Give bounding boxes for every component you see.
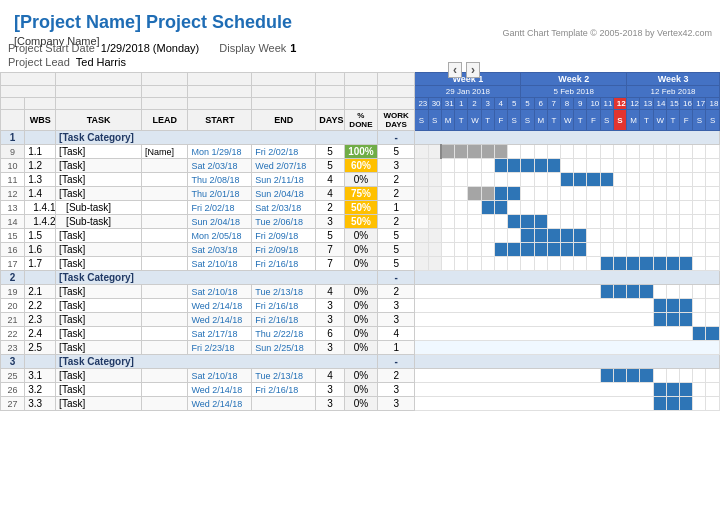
r13-g11	[547, 173, 560, 187]
r31-end: Tue 2/13/18	[252, 369, 316, 383]
r33-g21	[680, 397, 693, 411]
next-week-button[interactable]: ›	[466, 62, 480, 78]
r141-workdays: 1	[377, 201, 414, 215]
r142-lead	[142, 215, 188, 229]
empty-dn-9	[377, 98, 414, 110]
cat1-task: [Task Category]	[56, 131, 378, 145]
r12-g18	[640, 159, 653, 173]
r16-rownum: 16	[1, 243, 25, 257]
r17-g1	[415, 257, 428, 271]
r141-days: 2	[316, 201, 345, 215]
r12-g6	[481, 159, 494, 173]
r32-end: Fri 2/16/18	[252, 383, 316, 397]
r15-days: 5	[316, 229, 345, 243]
cat2-gantt	[415, 271, 720, 285]
r12-g11	[547, 159, 560, 173]
r21-g22	[693, 285, 706, 299]
r17-wbs: 1.7	[25, 257, 56, 271]
r21-task: [Task]	[56, 285, 142, 299]
r21-g23	[706, 285, 720, 299]
empty-dn-3	[56, 98, 142, 110]
r24-lead	[142, 327, 188, 341]
r142-wbs: 1.4.2	[25, 215, 56, 229]
day-numbers-row: 23 30 31 1 2 3 4 5 5 6 7 8 9 10 11 12 12…	[1, 98, 720, 110]
r11-workdays: 5	[377, 145, 414, 159]
r11-g2	[428, 145, 441, 159]
r11-g18	[640, 145, 653, 159]
r17-g2	[428, 257, 441, 271]
r32-rownum: 26	[1, 383, 25, 397]
dl-w2-3: T	[547, 110, 560, 131]
r12-g4	[455, 159, 468, 173]
r17-g10	[534, 257, 547, 271]
r15-rownum: 15	[1, 229, 25, 243]
empty-header-3	[142, 73, 188, 86]
empty-date-5	[252, 86, 316, 98]
dl-w2-4: W	[560, 110, 573, 131]
r31-g16	[613, 369, 626, 383]
task-row-2-5: 23 2.5 [Task] Fri 2/23/18 Sun 2/25/18 3 …	[1, 341, 720, 355]
r15-end: Fri 2/09/18	[252, 229, 316, 243]
r15-g21	[680, 229, 693, 243]
r21-g19	[653, 285, 666, 299]
r12-done: 60%	[344, 159, 377, 173]
r31-lead	[142, 369, 188, 383]
r15-g7	[494, 229, 507, 243]
r14-g1	[415, 187, 428, 201]
r16-g20	[666, 243, 679, 257]
cat3-num: 3	[1, 355, 25, 369]
r16-days: 7	[316, 243, 345, 257]
prev-week-button[interactable]: ‹	[448, 62, 462, 78]
r21-days: 4	[316, 285, 345, 299]
col-header-days: DAYS	[316, 110, 345, 131]
r142-g13	[574, 215, 587, 229]
empty-dn-4	[142, 98, 188, 110]
r11-g13	[574, 145, 587, 159]
r22-g22	[693, 299, 706, 313]
r32-gempty	[415, 383, 653, 397]
r15-g17	[627, 229, 640, 243]
r16-g7	[494, 243, 507, 257]
r11-g17	[627, 145, 640, 159]
task-row-1-4-1: 13 1.4.1 [Sub-task] Fri 2/02/18 Sat 2/03…	[1, 201, 720, 215]
r14-g2	[428, 187, 441, 201]
r31-g20	[666, 369, 679, 383]
project-title: [Project Name] Project Schedule	[6, 6, 300, 35]
r142-g6	[481, 215, 494, 229]
empty-dn-2	[25, 98, 56, 110]
start-date-value: 1/29/2018 (Monday)	[101, 42, 199, 54]
r142-g21	[680, 215, 693, 229]
r15-g16	[613, 229, 626, 243]
r142-g14	[587, 215, 600, 229]
r16-g4	[455, 243, 468, 257]
empty-date-3	[142, 86, 188, 98]
r25-rownum: 23	[1, 341, 25, 355]
r22-gempty	[415, 299, 653, 313]
r12-days: 5	[316, 159, 345, 173]
cat1-gantt	[415, 131, 720, 145]
r14-end: Sun 2/04/18	[252, 187, 316, 201]
r16-g22	[693, 243, 706, 257]
r31-g22	[693, 369, 706, 383]
r12-g8	[507, 159, 520, 173]
r14-done: 75%	[344, 187, 377, 201]
col-header-wbs: WBS	[25, 110, 56, 131]
dn-w1-3: 31	[441, 98, 454, 110]
task-row-2-3: 21 2.3 [Task] Wed 2/14/18 Fri 2/16/18 3 …	[1, 313, 720, 327]
r142-g3	[441, 215, 454, 229]
r15-g8	[507, 229, 520, 243]
r14-wbs: 1.4	[25, 187, 56, 201]
r23-wbs: 2.3	[25, 313, 56, 327]
r11-days: 5	[316, 145, 345, 159]
r13-rownum: 11	[1, 173, 25, 187]
dl-w1-3: M	[441, 110, 454, 131]
r17-rownum: 17	[1, 257, 25, 271]
r32-g22	[693, 383, 706, 397]
r15-g1	[415, 229, 428, 243]
r13-done: 0%	[344, 173, 377, 187]
r14-g16	[613, 187, 626, 201]
r25-workdays: 1	[377, 341, 414, 355]
task-row-1-7: 17 1.7 [Task] Sat 2/10/18 Fri 2/16/18 7 …	[1, 257, 720, 271]
r15-g3	[441, 229, 454, 243]
r12-g2	[428, 159, 441, 173]
